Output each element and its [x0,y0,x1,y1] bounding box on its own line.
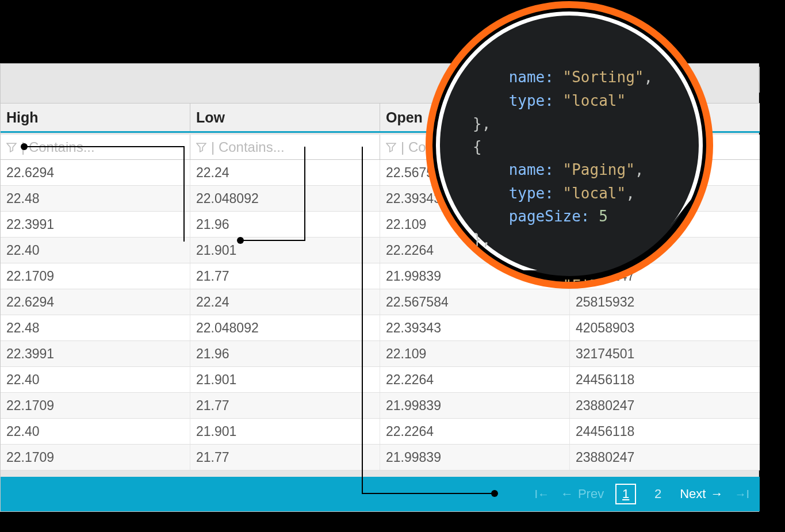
pager-next-label: Next [680,487,706,502]
filter-placeholder: | Contains... [21,139,95,155]
pager-prev-label: Prev [578,487,604,502]
code-snippet: name: "Sorting", type: "local" }, { name… [473,43,671,289]
cell-open: 22.39343 [380,315,570,340]
cell-low: 22.24 [190,289,380,315]
cell-low: 21.77 [190,445,380,470]
pager: I← ← Prev 1 2 Next → →I [1,477,760,511]
column-header-low[interactable]: Low [190,104,380,131]
pager-first-icon[interactable]: I← [534,488,549,501]
cell-low: 22.24 [190,160,380,185]
table-row[interactable]: 22.170921.7721.9983923880247 [1,263,760,289]
filter-icon [6,142,17,152]
cell-volume: 23880247 [570,445,760,470]
cell-open: 22.567584 [380,289,570,315]
filter-icon [196,142,206,152]
cell-open: 22.2264 [380,367,570,392]
cell-high: 22.48 [1,315,190,340]
table-row[interactable]: 22.170921.7721.9983923880247 [1,445,760,470]
table-row[interactable]: 22.629422.2422.56758425815932 [1,289,760,315]
cell-high: 22.40 [1,238,190,263]
cell-high: 22.1709 [1,393,190,418]
table-row[interactable]: 22.4021.90122.226424456118 [1,419,760,445]
cell-high: 22.1709 [1,263,190,289]
table-row[interactable]: 22.170921.7721.9983923880247 [1,393,760,419]
filter-placeholder: | Contains... [211,139,285,155]
pager-last-icon[interactable]: →I [734,488,749,501]
pager-prev-button[interactable]: ← Prev [561,487,604,502]
cell-open: 22.109 [380,341,570,366]
arrow-left-icon: ← [561,487,573,502]
pager-page-2[interactable]: 2 [648,484,668,504]
cell-volume: 23880247 [570,393,760,418]
cell-high: 22.3991 [1,341,190,366]
cell-low: 21.96 [190,212,380,237]
cell-high: 22.48 [1,186,190,211]
cell-low: 21.901 [190,367,380,392]
cell-high: 22.3991 [1,212,190,237]
cell-low: 21.901 [190,238,380,263]
cell-high: 22.40 [1,367,190,392]
cell-open: 21.99839 [380,393,570,418]
table-row[interactable]: 22.399121.9622.10932174501 [1,341,760,367]
cell-open: 21.99839 [380,445,570,470]
cell-low: 21.901 [190,419,380,444]
cell-volume: 25815932 [570,289,760,315]
arrow-right-icon: → [710,487,723,502]
column-header-high[interactable]: High [1,104,190,131]
filter-cell-low[interactable]: | Contains... [190,135,380,159]
filter-icon [386,142,396,152]
cell-open: 22.2264 [380,419,570,444]
pager-next-button[interactable]: Next → [680,487,723,502]
cell-low: 21.77 [190,263,380,289]
cell-volume: 24456118 [570,367,760,392]
code-magnifier: name: "Sorting", type: "local" }, { name… [426,1,713,289]
cell-low: 21.96 [190,341,380,366]
table-row[interactable]: 22.4822.04809222.3934342058903 [1,315,760,341]
filter-cell-high[interactable]: | Contains... [1,135,190,159]
cell-high: 22.1709 [1,445,190,470]
cell-high: 22.6294 [1,289,190,315]
table-row[interactable]: 22.4021.90122.226424456118 [1,367,760,393]
cell-volume: 32174501 [570,341,760,366]
cell-high: 22.40 [1,419,190,444]
cell-low: 21.77 [190,393,380,418]
cell-volume: 42058903 [570,315,760,340]
cell-volume: 24456118 [570,419,760,444]
pager-page-1[interactable]: 1 [615,484,636,504]
cell-low: 22.048092 [190,186,380,211]
cell-low: 22.048092 [190,315,380,340]
cell-high: 22.6294 [1,160,190,185]
